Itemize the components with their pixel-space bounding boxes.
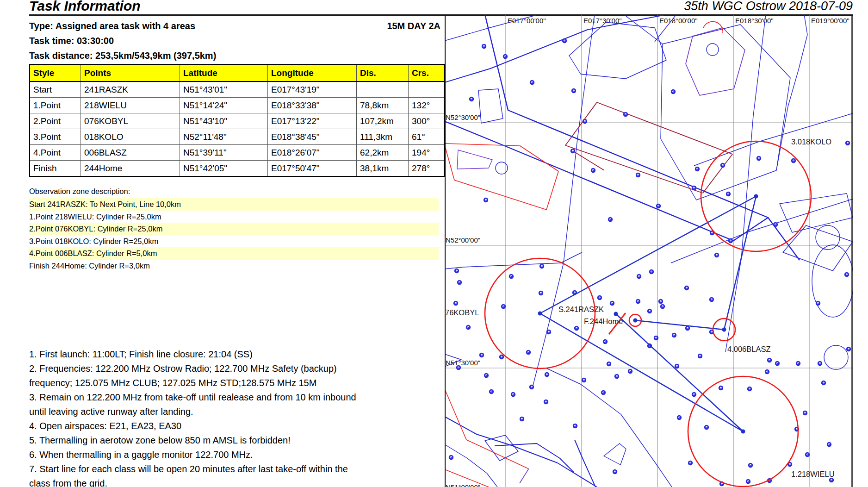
waypoint-dot-pupil <box>797 429 798 430</box>
table-cell: 278° <box>409 161 445 177</box>
table-cell: 78,8km <box>357 98 409 113</box>
airspace-path <box>546 368 672 487</box>
waypoint-dot-pupil <box>630 371 631 372</box>
column-header-style: Style <box>30 64 81 81</box>
lat-label: N51°30'00" <box>446 359 480 367</box>
task-time-line: Task time: 03:30:00 <box>29 36 114 46</box>
waypoint-dot-pupil <box>790 464 791 465</box>
waypoint-dot-pupil <box>471 99 472 100</box>
waypoint-dot-pupil <box>577 328 577 329</box>
column-header-latitude: Latitude <box>180 64 268 81</box>
table-cell: 006BLASZ <box>81 145 180 161</box>
task-point <box>741 430 745 434</box>
waypoint-dot-pupil <box>459 367 459 368</box>
waypoint-dot-pupil <box>617 376 618 377</box>
lat-label: N52°30'00" <box>446 113 480 121</box>
map-point-label: S.241RASZK <box>558 305 604 313</box>
page-title: Task Information <box>29 0 141 14</box>
observation-line: 4.Point 006BLASZ: Cylinder R=5,0km <box>29 247 439 260</box>
waypoint-dot-pupil <box>824 382 825 383</box>
waypoint-dot-pupil <box>759 158 760 159</box>
table-row: Finish244HomeN51°42'05"E017°50'47"38,1km… <box>30 161 444 177</box>
task-point <box>538 312 542 316</box>
lat-label: N52°00'00" <box>446 236 480 244</box>
task-table: StylePointsLatitudeLongitudeDis.Crs. Sta… <box>29 64 445 177</box>
table-cell: 241RASZK <box>81 81 180 98</box>
airspace-path <box>686 28 745 95</box>
waypoint-dot-pupil <box>798 363 799 364</box>
table-cell: E017°43'19" <box>268 81 357 98</box>
table-cell: E017°50'47" <box>268 161 357 177</box>
waypoint-dot-pupil <box>532 387 533 387</box>
competition-title: 35th WGC Ostrow 2018-07-09 <box>684 0 853 13</box>
task-distance-line: Task distance: 253,5km/543,9km (397,5km) <box>29 50 216 61</box>
waypoint-dot-pupil <box>712 331 713 332</box>
waypoint-dot-pupil <box>505 56 506 57</box>
airspace-path <box>573 151 604 170</box>
note-line: 6. When thermalling in a gaggle monitor … <box>29 448 443 462</box>
waypoint-dot-pupil <box>767 371 768 372</box>
waypoint-dot-pupil <box>456 303 457 304</box>
airspace-path <box>780 194 853 232</box>
task-type-line: Type: Assigned area task with 4 areas <box>29 21 195 31</box>
table-cell: 61° <box>409 129 445 145</box>
airspace-path <box>485 14 800 260</box>
airspace-path <box>495 443 574 472</box>
waypoint-dot-pupil <box>638 301 639 302</box>
table-cell <box>409 81 445 98</box>
waypoint-dot-pupil <box>532 82 533 83</box>
table-cell: 218WIELU <box>81 98 180 113</box>
note-line: 3. Remain on 122.200 MHz from take-off u… <box>29 390 443 405</box>
waypoint-dot-pupil <box>694 187 695 188</box>
waypoint-dot-pupil <box>679 417 680 418</box>
airspace-path <box>457 150 492 169</box>
waypoint-dot-pupil <box>459 282 460 283</box>
map-border <box>445 15 852 487</box>
observation-line: Finish 244Home: Cylinder R=3,0km <box>29 260 439 272</box>
task-point <box>722 328 726 332</box>
waypoint-dot-pupil <box>847 274 848 275</box>
lon-label: E019°00'00" <box>811 17 849 25</box>
waypoint-dot-pupil <box>502 356 502 357</box>
waypoint-dot-pupil <box>661 301 662 302</box>
waypoint-dot-pupil <box>522 418 523 419</box>
waypoint-dot-pupil <box>750 465 751 466</box>
waypoint-dot-pupil <box>658 206 659 206</box>
table-cell: N51°43'10" <box>180 113 268 129</box>
waypoint-dot-pupil <box>731 240 732 241</box>
table-cell: N51°14'24" <box>180 98 268 113</box>
waypoint-dot-pupil <box>482 355 483 356</box>
table-cell: 4.Point <box>30 145 81 161</box>
table-cell: 076KOBYL <box>81 113 180 129</box>
table-row: 2.Point076KOBYLN51°43'10"E017°13'22"107,… <box>30 113 444 129</box>
waypoint-dot-pupil <box>663 306 663 307</box>
column-header-dis: Dis. <box>357 64 409 81</box>
table-row: 4.Point006BLASZN51°39'11"E018°26'07"62,2… <box>30 145 444 161</box>
airspace-circle <box>707 44 719 56</box>
airspace-path <box>520 468 529 483</box>
table-cell: 1.Point <box>30 98 81 113</box>
waypoint-dot-pupil <box>603 392 604 393</box>
note-line: frequency; 125.075 MHz CLUB; 127.025 MHz… <box>29 376 443 390</box>
waypoint-dot-pupil <box>690 462 691 463</box>
airspace-path <box>565 102 732 193</box>
waypoint-dot-pupil <box>457 270 458 271</box>
task-point <box>633 318 638 323</box>
lon-label: E018°00'00" <box>659 17 698 25</box>
waypoint-dot-pupil <box>848 143 849 144</box>
table-cell: Finish <box>30 161 81 177</box>
waypoint-dot-pupil <box>609 363 610 364</box>
waypoint-dot-pupil <box>831 480 832 481</box>
column-header-points: Points <box>81 64 180 81</box>
table-cell: 018KOLO <box>81 129 180 145</box>
airspace-path <box>661 25 790 200</box>
lon-label: E018°30'00" <box>735 17 774 25</box>
task-map: E017°00'00"E017°30'00"E018°00'00"E018°30… <box>445 14 853 487</box>
waypoint-dot-pupil <box>723 165 724 166</box>
airspace-path <box>445 144 558 210</box>
waypoint-dot-pupil <box>484 46 485 47</box>
table-cell: E018°38'45" <box>268 129 357 145</box>
waypoint-dot-pupil <box>697 169 698 169</box>
waypoint-dot-pupil <box>513 394 514 395</box>
note-line: 4. Open airspaces: E21, EA23, EA30 <box>29 419 443 433</box>
